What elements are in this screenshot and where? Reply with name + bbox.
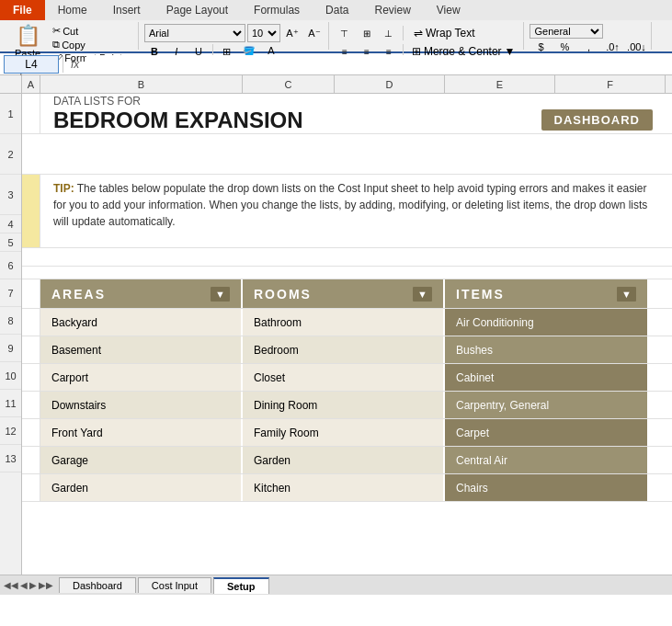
items-item-2[interactable]: Cabinet xyxy=(445,364,647,391)
tab-page-layout[interactable]: Page Layout xyxy=(154,0,241,20)
rooms-item-5[interactable]: Garden xyxy=(243,447,445,473)
cell-b1[interactable]: DATA LISTS FOR BEDROOM EXPANSION DASHBOA… xyxy=(40,94,666,133)
title-bar: File Home Insert Page Layout Formulas Da… xyxy=(0,0,672,20)
items-item-1[interactable]: Bushes xyxy=(445,336,647,363)
formula-input[interactable] xyxy=(86,55,668,74)
decrease-font-button[interactable]: A⁻ xyxy=(304,24,325,42)
currency-button[interactable]: $ xyxy=(530,39,552,55)
col-header-c: C xyxy=(243,75,335,94)
areas-item-0[interactable]: Backyard xyxy=(40,309,243,336)
areas-item-1[interactable]: Basement xyxy=(40,336,243,363)
row-num-5: 5 xyxy=(0,233,21,252)
tab-review[interactable]: Review xyxy=(361,0,423,20)
clipboard-section: 📋 Paste ✂ Cut ⧉ Copy 🖌 Format Painter xyxy=(4,22,139,50)
cell-a6[interactable] xyxy=(22,279,40,308)
items-item-0[interactable]: Air Conditioning xyxy=(445,309,647,336)
row-num-6: 6 xyxy=(0,252,21,279)
top-align-button[interactable]: ⊤ xyxy=(335,25,355,41)
increase-font-button[interactable]: A⁺ xyxy=(282,24,302,42)
middle-align-button[interactable]: ⊞ xyxy=(357,25,377,41)
row-1: DATA LISTS FOR BEDROOM EXPANSION DASHBOA… xyxy=(22,94,672,134)
row-num-2: 2 xyxy=(0,134,21,175)
cell-a11[interactable] xyxy=(22,419,40,446)
rooms-item-0[interactable]: Bathroom xyxy=(243,309,445,336)
tab-scroll-next[interactable]: ▶ xyxy=(29,580,37,590)
tab-formulas[interactable]: Formulas xyxy=(241,0,313,20)
items-dropdown-button[interactable]: ▼ xyxy=(617,287,636,302)
font-row-1: Arial 10 A⁺ A⁻ xyxy=(144,24,325,42)
rooms-item-1[interactable]: Bedroom xyxy=(243,336,445,363)
cell-b5[interactable] xyxy=(22,267,666,279)
items-item-5[interactable]: Central Air xyxy=(445,447,647,473)
column-header-row: A B C D E F xyxy=(0,75,672,94)
cell-a7[interactable] xyxy=(22,309,40,336)
tab-scroll-prev[interactable]: ◀ xyxy=(20,580,28,590)
cut-icon: ✂ xyxy=(52,25,61,37)
cut-button[interactable]: ✂ Cut xyxy=(50,24,134,38)
list-row-8: Basement Bedroom Bushes xyxy=(22,336,672,364)
areas-dropdown-button[interactable]: ▼ xyxy=(211,287,230,302)
cell-a13[interactable] xyxy=(22,474,40,501)
main-title: BEDROOM EXPANSION xyxy=(53,108,303,133)
row-num-10: 10 xyxy=(0,362,21,390)
cell-b3[interactable]: TIP: The tables below populate the drop … xyxy=(40,175,666,247)
font-size-select[interactable]: 10 xyxy=(247,24,280,42)
tab-scroll-last[interactable]: ▶▶ xyxy=(39,580,53,590)
row-4 xyxy=(22,248,672,267)
font-family-select[interactable]: Arial xyxy=(144,24,245,42)
rooms-item-6[interactable]: Kitchen xyxy=(243,474,445,501)
cell-b2[interactable] xyxy=(22,134,666,174)
comma-button[interactable]: , xyxy=(577,39,599,55)
cell-a8[interactable] xyxy=(22,336,40,363)
cell-a10[interactable] xyxy=(22,392,40,418)
items-item-3[interactable]: Carpentry, General xyxy=(445,392,647,418)
list-row-12: Garage Garden Central Air xyxy=(22,447,672,474)
tab-home[interactable]: Home xyxy=(45,0,100,20)
number-row: $ % , .0↑ .00↓ xyxy=(530,39,647,55)
increase-decimal-button[interactable]: .0↑ xyxy=(601,39,623,55)
wrap-text-button[interactable]: ⇌ Wrap Text xyxy=(407,24,482,42)
items-header-cell: ITEMS ▼ xyxy=(445,279,647,308)
list-row-9: Carport Closet Cabinet xyxy=(22,364,672,392)
bottom-align-button[interactable]: ⊥ xyxy=(379,25,399,41)
tab-insert[interactable]: Insert xyxy=(100,0,154,20)
cell-a9[interactable] xyxy=(22,364,40,391)
decrease-decimal-button[interactable]: .00↓ xyxy=(625,39,647,55)
cell-a3[interactable] xyxy=(22,175,40,247)
row-num-11: 11 xyxy=(0,390,21,417)
dashboard-badge[interactable]: DASHBOARD xyxy=(541,109,654,131)
rooms-dropdown-button[interactable]: ▼ xyxy=(413,287,432,302)
row-num-1: 1 xyxy=(0,94,21,134)
row-3: TIP: The tables below populate the drop … xyxy=(22,175,672,248)
tab-dashboard[interactable]: Dashboard xyxy=(59,577,136,593)
items-item-6[interactable]: Chairs xyxy=(445,474,647,501)
tab-view[interactable]: View xyxy=(424,0,473,20)
list-row-10: Downstairs Dining Room Carpentry, Genera… xyxy=(22,392,672,419)
rooms-item-2[interactable]: Closet xyxy=(243,364,445,391)
areas-item-5[interactable]: Garage xyxy=(40,447,243,473)
tab-scroll-first[interactable]: ◀◀ xyxy=(4,580,18,590)
percent-button[interactable]: % xyxy=(553,39,575,55)
cell-reference-input[interactable] xyxy=(4,55,59,74)
tab-data[interactable]: Data xyxy=(313,0,361,20)
cell-a1[interactable] xyxy=(22,94,40,133)
alignment-section: ⊤ ⊞ ⊥ ⇌ Wrap Text ≡ ≡ ≡ ⊞ Merge & Center… xyxy=(331,22,525,50)
file-menu-button[interactable]: File xyxy=(0,0,45,20)
row-num-3: 3 xyxy=(0,175,21,215)
areas-item-3[interactable]: Downstairs xyxy=(40,392,243,418)
rooms-item-4[interactable]: Family Room xyxy=(243,419,445,446)
row-num-4: 4 xyxy=(0,215,21,233)
copy-button[interactable]: ⧉ Copy xyxy=(50,38,134,51)
row-6: AREAS ▼ ROOMS ▼ ITEMS ▼ xyxy=(22,279,672,309)
tab-cost-input[interactable]: Cost Input xyxy=(138,577,211,593)
items-item-4[interactable]: Carpet xyxy=(445,419,647,446)
tab-setup[interactable]: Setup xyxy=(213,577,269,594)
cells-area: DATA LISTS FOR BEDROOM EXPANSION DASHBOA… xyxy=(22,94,672,575)
rooms-item-3[interactable]: Dining Room xyxy=(243,392,445,418)
cell-a12[interactable] xyxy=(22,447,40,473)
number-format-select[interactable]: General xyxy=(530,24,603,39)
cell-b4[interactable] xyxy=(22,248,666,266)
areas-item-2[interactable]: Carport xyxy=(40,364,243,391)
areas-item-4[interactable]: Front Yard xyxy=(40,419,243,446)
areas-item-6[interactable]: Garden xyxy=(40,474,243,501)
